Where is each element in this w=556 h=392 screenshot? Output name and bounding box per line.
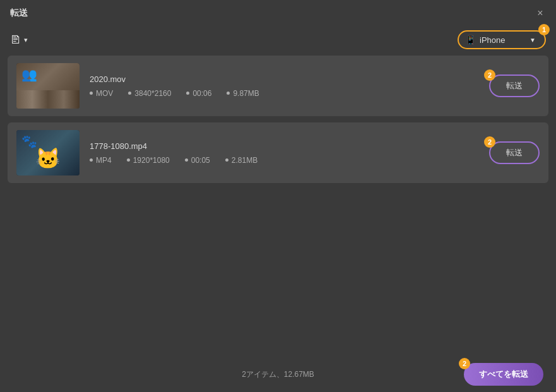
file-item: 👥 2020.mov MOV 3840*2160 00:06 — [8, 56, 548, 116]
close-button[interactable]: × — [535, 8, 546, 19]
size-label-1: 9.87MB — [233, 89, 259, 98]
resolution-label-1: 3840*2160 — [134, 89, 171, 98]
transfer-badge-1: 2 — [484, 69, 495, 81]
phone-icon: 📱 — [465, 35, 476, 45]
format-label-2: MP4 — [96, 156, 112, 165]
format-label-1: MOV — [96, 89, 113, 98]
chevron-down-icon: ▼ — [529, 37, 536, 44]
file-name-2: 1778-1080.mp4 — [90, 141, 479, 151]
transfer-all-wrap: 2 すべてを転送 — [464, 363, 543, 386]
device-badge: 1 — [538, 24, 550, 35]
file-item-2: 🐾 1778-1080.mp4 MP4 1920*1080 00:05 — [8, 122, 548, 183]
meta-dot — [185, 158, 188, 162]
file-info-1: 2020.mov MOV 3840*2160 00:06 9.87MB — [90, 74, 479, 98]
add-chevron-icon: ▾ — [24, 36, 28, 44]
meta-format-2: MP4 — [90, 156, 112, 165]
meta-dot — [90, 92, 93, 95]
transfer-badge-2: 2 — [484, 136, 495, 148]
meta-dot — [127, 158, 130, 162]
thumb-cat-image: 🐾 — [16, 130, 80, 175]
resolution-label-2: 1920*1080 — [133, 156, 170, 165]
device-dropdown[interactable]: 📱 iPhone ▼ — [458, 30, 546, 49]
duration-label-2: 00:05 — [191, 156, 210, 165]
add-file-icon: 🖹 — [10, 33, 21, 47]
meta-duration-2: 00:05 — [185, 156, 210, 165]
thumbnail-2: 🐾 — [16, 130, 80, 175]
meta-dot — [227, 92, 230, 95]
file-name-1: 2020.mov — [90, 74, 479, 84]
meta-resolution-1: 3840*2160 — [128, 89, 171, 98]
meta-dot — [90, 158, 93, 162]
meta-dot — [225, 158, 228, 162]
meta-dot — [186, 92, 189, 95]
file-list: 👥 2020.mov MOV 3840*2160 00:06 — [0, 56, 556, 183]
title-bar: 転送 × — [0, 0, 556, 27]
file-meta-1: MOV 3840*2160 00:06 9.87MB — [90, 89, 479, 98]
transfer-button-2[interactable]: 転送 — [489, 141, 540, 164]
meta-resolution-2: 1920*1080 — [127, 156, 170, 165]
meta-dot — [128, 92, 131, 95]
meta-duration-1: 00:06 — [186, 89, 211, 98]
file-meta-2: MP4 1920*1080 00:05 2.81MB — [90, 156, 479, 165]
transfer-button-1[interactable]: 転送 — [489, 74, 540, 97]
footer: 2アイテム、12.67MB 2 すべてを転送 — [0, 357, 556, 392]
thumb-group-image: 👥 — [16, 63, 80, 109]
meta-size-1: 9.87MB — [227, 89, 259, 98]
meta-format-1: MOV — [90, 89, 113, 98]
window-title: 転送 — [10, 8, 28, 19]
thumbnail-1: 👥 — [16, 63, 80, 109]
footer-info: 2アイテム、12.67MB — [242, 369, 314, 380]
transfer-all-badge: 2 — [459, 358, 470, 369]
transfer-all-button[interactable]: すべてを転送 — [464, 363, 543, 386]
meta-size-2: 2.81MB — [225, 156, 257, 165]
duration-label-1: 00:06 — [192, 89, 211, 98]
device-name: iPhone — [480, 35, 505, 45]
transfer-btn-wrap-2: 2 転送 — [489, 141, 540, 164]
transfer-btn-wrap-1: 2 転送 — [489, 74, 540, 97]
title-bar-left: 転送 — [10, 8, 28, 19]
file-info-2: 1778-1080.mp4 MP4 1920*1080 00:05 2.81MB — [90, 141, 479, 165]
device-selector: 1 📱 iPhone ▼ — [458, 30, 546, 49]
add-file-button[interactable]: 🖹 ▾ — [10, 33, 28, 47]
toolbar: 🖹 ▾ 1 📱 iPhone ▼ — [0, 27, 556, 56]
size-label-2: 2.81MB — [232, 156, 257, 165]
